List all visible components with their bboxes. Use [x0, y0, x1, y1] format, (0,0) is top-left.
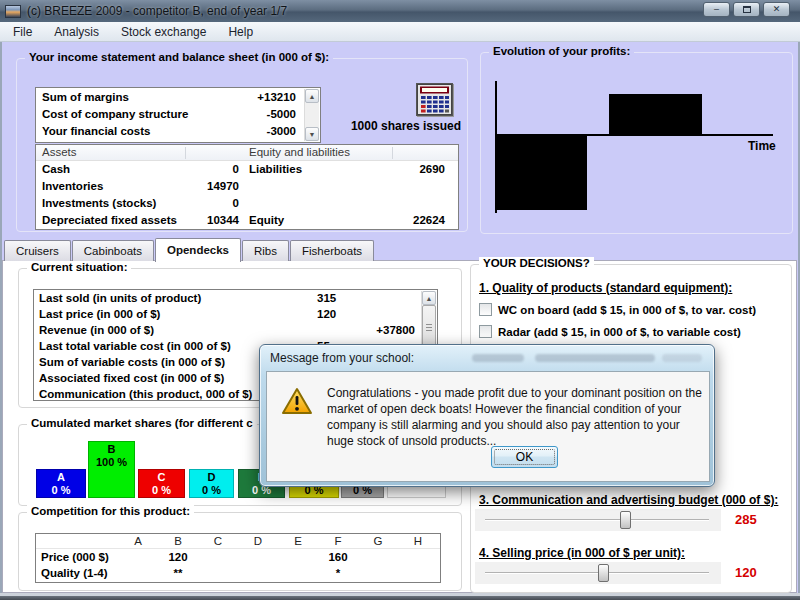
market-box-share: 0 %: [37, 484, 85, 497]
market-box-share: 100 %: [89, 456, 134, 469]
quality-row-label: Quality (1-4): [41, 565, 107, 581]
glass-blur-artifact: [662, 354, 702, 362]
chart-time-label: Time: [748, 139, 776, 153]
wc-checkbox-row[interactable]: WC on board (add $ 15, in 000 of $, to v…: [479, 303, 756, 316]
maximize-button[interactable]: [733, 2, 760, 17]
market-box-letter: D: [190, 471, 233, 484]
market-box-letter: C: [139, 471, 184, 484]
income-statement-list[interactable]: Sum of margins +13210 Cost of company st…: [35, 87, 321, 143]
situation-row-label: Last price (in 000 of $): [39, 306, 160, 322]
quality-heading: 1. Quality of products (standard equipme…: [479, 281, 732, 295]
radar-checkbox-row[interactable]: Radar (add $ 15, in 000 of $, to variabl…: [479, 325, 741, 338]
col-header-e: E: [278, 534, 318, 549]
situation-row: Last price (in 000 of $) 120: [34, 306, 437, 322]
col-header-b: B: [158, 534, 198, 549]
menu-item[interactable]: Help: [217, 22, 264, 42]
app-window: (c) BREEZE 2009 - competitor B, end of y…: [0, 0, 800, 600]
price-slider-thumb[interactable]: [598, 564, 609, 582]
menu-bar: FileAnalysisStock exchangeHelp: [0, 22, 800, 42]
price-slider[interactable]: [475, 562, 721, 584]
menu-item[interactable]: File: [2, 22, 43, 42]
market-box-letter: A: [37, 471, 85, 484]
minimize-button[interactable]: –: [703, 2, 730, 17]
profits-groupbox: Evolution of your profits: Time: [480, 52, 793, 234]
profit-bar: [609, 94, 702, 134]
header-separator: [185, 147, 186, 159]
shares-issued-note: 1000 shares issued: [301, 119, 461, 133]
tab-ribs[interactable]: Ribs: [242, 240, 289, 261]
situation-row-label: Associated fixed cost (in 000 of $): [39, 370, 224, 386]
liability-value: 22624: [365, 212, 445, 229]
communication-slider[interactable]: [475, 509, 721, 531]
situation-row-label: Communication (this product, 000 of $): [39, 386, 252, 402]
income-rows: Sum of margins +13210 Cost of company st…: [36, 89, 320, 140]
col-header-g: G: [358, 534, 398, 549]
tab-strip: Cruisers Cabinboats Opendecks Ribs Fishe…: [4, 237, 375, 261]
income-scrollbar[interactable]: ▲ ▼: [304, 89, 319, 141]
calculator-button[interactable]: [416, 83, 453, 116]
title-bar[interactable]: (c) BREEZE 2009 - competitor B, end of y…: [0, 0, 800, 22]
situation-title: Current situation:: [27, 261, 131, 273]
liability-label: Liabilities: [249, 161, 302, 178]
price-b: 120: [158, 549, 198, 565]
price-heading: 4. Selling price (in 000 of $ per unit):: [479, 546, 685, 560]
finance-title: Your income statement and balance sheet …: [25, 51, 333, 63]
close-button[interactable]: ✕: [763, 2, 790, 17]
dialog-title: Message from your school:: [270, 351, 414, 365]
maximize-icon: [743, 6, 751, 13]
tab-opendecks[interactable]: Opendecks: [155, 238, 241, 262]
window-controls: – ✕: [703, 2, 790, 17]
radar-checkbox-label: Radar (add $ 15, in 000 of $, to variabl…: [498, 326, 741, 338]
situation-row-value: 120: [317, 306, 336, 322]
scroll-up-icon[interactable]: ▲: [305, 89, 319, 103]
scroll-up-icon[interactable]: ▲: [422, 291, 436, 305]
competition-title: Competition for this product:: [27, 505, 194, 517]
income-row: Cost of company structure -5000: [36, 106, 320, 123]
income-row: Your financial costs -3000: [36, 123, 320, 140]
tab-cabinboats[interactable]: Cabinboats: [72, 240, 154, 261]
communication-slider-thumb[interactable]: [620, 511, 631, 529]
balance-row: Depreciated fixed assets 10344 Equity 22…: [36, 212, 458, 229]
menu-item[interactable]: Stock exchange: [110, 22, 217, 42]
col-header-d: D: [238, 534, 278, 549]
balance-row: Cash 0 Liabilities 2690: [36, 161, 458, 178]
quality-row: Quality (1-4) ** *: [36, 565, 440, 581]
ok-button[interactable]: OK: [491, 446, 558, 468]
situation-row: Last sold (in units of product) 315: [34, 290, 437, 306]
tab-fisherboats[interactable]: Fisherboats: [290, 240, 374, 261]
situation-row-label: Revenue (in 000 of $): [39, 322, 154, 338]
calculator-icon: [417, 84, 452, 115]
income-row-value: +13210: [257, 89, 296, 106]
market-box-share: 0 %: [139, 484, 184, 497]
wc-checkbox-label: WC on board (add $ 15, in 000 of $, to v…: [498, 304, 756, 316]
price-value: 120: [735, 565, 781, 580]
asset-label: Depreciated fixed assets: [42, 212, 177, 229]
tab-cruisers[interactable]: Cruisers: [4, 240, 71, 261]
col-header-f: F: [318, 534, 358, 549]
profit-bar: [495, 134, 587, 210]
liability-value: 2690: [365, 161, 445, 178]
col-header-a: A: [118, 534, 158, 549]
market-box-b: B100 %: [88, 441, 135, 498]
market-box-c: C0 %: [138, 469, 185, 498]
competition-header-row: A B C D E F G H: [36, 534, 440, 549]
price-row: Price (000 $) 120 160: [36, 549, 440, 565]
wc-checkbox[interactable]: [479, 303, 492, 316]
asset-label: Cash: [42, 161, 70, 178]
glass-blur-artifact: [535, 354, 655, 362]
quality-f: *: [318, 565, 358, 581]
competition-table: A B C D E F G H Price (000 $) 120 160 Qu…: [35, 533, 441, 583]
menu-item[interactable]: Analysis: [43, 22, 110, 42]
slider-groove: [485, 572, 709, 574]
dialog-message: Congratulations - you made profit due to…: [327, 385, 707, 449]
market-box-share: 0 %: [190, 484, 233, 497]
dialog-title-bar[interactable]: Message from your school:: [260, 345, 714, 371]
radar-checkbox[interactable]: [479, 325, 492, 338]
asset-value: 14970: [183, 178, 239, 195]
col-header-h: H: [398, 534, 438, 549]
income-row-label: Your financial costs: [42, 123, 150, 140]
income-row-value: -3000: [267, 123, 296, 140]
window-frame-bottom-edge: [0, 596, 800, 600]
situation-row-label: Last total variable cost (in 000 of $): [39, 338, 231, 354]
market-box-d: D0 %: [189, 469, 234, 498]
